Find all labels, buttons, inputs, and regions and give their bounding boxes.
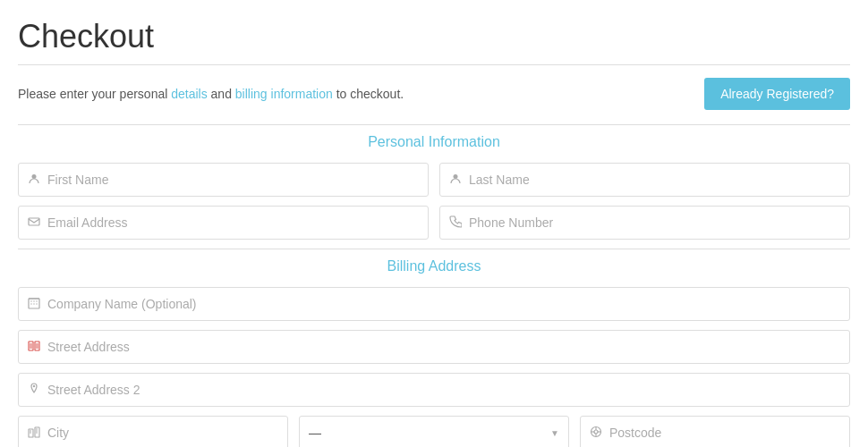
header-row: Please enter your personal details and b… (18, 78, 850, 110)
person-icon-2 (449, 173, 462, 188)
email-group (18, 206, 429, 240)
city-state-postcode-row: — ▼ (18, 416, 850, 447)
page-title: Checkout (18, 18, 850, 55)
person-icon (28, 173, 40, 188)
svg-point-0 (32, 174, 37, 179)
last-name-input-wrapper (439, 163, 850, 197)
company-input[interactable] (47, 297, 840, 311)
street2-input-wrapper (18, 373, 850, 407)
first-name-group (18, 163, 429, 197)
billing-section-title: Billing Address (18, 258, 850, 274)
svg-point-28 (594, 430, 598, 434)
street-input-wrapper (18, 330, 850, 364)
street-input[interactable] (47, 340, 840, 354)
phone-input[interactable] (469, 215, 840, 230)
company-row (18, 287, 850, 321)
first-name-input[interactable] (47, 173, 419, 187)
building-icon (28, 297, 40, 312)
email-input[interactable] (47, 215, 419, 230)
email-icon (28, 215, 40, 231)
street2-input[interactable] (47, 383, 840, 397)
phone-input-wrapper (439, 206, 850, 240)
phone-icon (449, 215, 462, 231)
postcode-group (580, 416, 850, 447)
last-name-input[interactable] (469, 173, 840, 187)
postcode-input[interactable] (609, 426, 840, 440)
last-name-group (439, 163, 850, 197)
contact-row (18, 206, 850, 240)
state-select[interactable]: — (309, 426, 559, 440)
street2-group (18, 373, 850, 407)
street-group (18, 330, 850, 364)
already-registered-button[interactable]: Already Registered? (704, 78, 850, 110)
details-link: details (171, 87, 207, 101)
billing-section-divider (18, 249, 850, 249)
postcode-input-wrapper (580, 416, 850, 447)
first-name-input-wrapper (18, 163, 429, 197)
state-select-wrapper: — ▼ (299, 416, 569, 447)
name-row (18, 163, 850, 197)
title-divider (18, 64, 850, 65)
svg-point-1 (454, 174, 458, 179)
city-group (18, 416, 288, 447)
billing-info-link: billing information (235, 87, 333, 101)
city-input[interactable] (47, 426, 278, 440)
company-group (18, 287, 850, 321)
personal-section-divider (18, 124, 850, 125)
phone-group (439, 206, 850, 240)
street-row (18, 330, 850, 364)
state-group: — ▼ (299, 416, 569, 447)
email-input-wrapper (18, 206, 429, 240)
personal-section-title: Personal Information (18, 134, 850, 150)
city-icon (28, 426, 40, 441)
company-input-wrapper (18, 287, 850, 321)
pin-icon (28, 383, 40, 398)
postcode-icon (590, 426, 602, 441)
map-icon (28, 340, 40, 355)
svg-point-19 (33, 384, 35, 386)
street2-row (18, 373, 850, 407)
svg-rect-2 (29, 218, 39, 225)
city-input-wrapper (18, 416, 288, 447)
header-description: Please enter your personal details and b… (18, 87, 404, 101)
